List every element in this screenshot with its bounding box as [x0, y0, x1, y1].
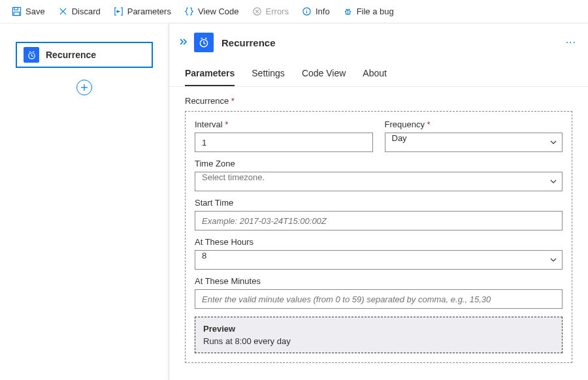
save-button[interactable]: Save — [7, 3, 50, 21]
svg-point-11 — [306, 9, 307, 10]
close-icon — [58, 7, 68, 16]
toolbar: Save Discard Parameters View Code Errors… — [0, 0, 588, 24]
svg-rect-2 — [14, 12, 19, 15]
info-button[interactable]: Info — [297, 3, 335, 21]
starttime-field: Start Time — [195, 198, 563, 230]
designer-canvas: Recurrence — [0, 24, 169, 380]
clock-icon — [194, 33, 214, 52]
svg-point-5 — [116, 10, 119, 13]
hours-select[interactable]: 8 — [195, 250, 563, 270]
plus-icon — [80, 84, 88, 91]
hours-value: 8 — [202, 251, 206, 261]
discard-button[interactable]: Discard — [53, 3, 106, 21]
preview-text: Runs at 8:00 every day — [203, 336, 554, 346]
interval-label: Interval — [195, 119, 373, 129]
svg-rect-1 — [14, 7, 18, 10]
starttime-label: Start Time — [195, 198, 563, 208]
tab-settings[interactable]: Settings — [252, 63, 285, 86]
minutes-input[interactable] — [195, 289, 563, 309]
details-panel: Recurrence ··· Parameters Settings Code … — [169, 24, 588, 380]
svg-line-16 — [346, 9, 346, 10]
viewcode-label: View Code — [198, 7, 239, 16]
minutes-label: At These Minutes — [195, 276, 563, 286]
errors-label: Errors — [266, 7, 289, 16]
node-title: Recurrence — [46, 50, 96, 60]
parameters-button[interactable]: Parameters — [108, 3, 176, 21]
timezone-select[interactable]: Select timezone. — [195, 172, 563, 191]
discard-label: Discard — [72, 7, 101, 16]
save-icon — [12, 7, 22, 16]
bug-label: File a bug — [357, 7, 394, 16]
tab-codeview[interactable]: Code View — [302, 63, 346, 86]
hours-field: At These Hours 8 — [195, 237, 563, 270]
error-icon — [252, 7, 262, 16]
panel-header: Recurrence ··· — [169, 24, 588, 59]
timezone-label: Time Zone — [195, 159, 563, 168]
info-label: Info — [316, 7, 330, 16]
svg-line-19 — [349, 14, 350, 14]
viewcode-button[interactable]: View Code — [179, 3, 244, 21]
errors-button: Errors — [247, 3, 294, 21]
clock-icon — [24, 47, 39, 63]
more-button[interactable]: ··· — [566, 37, 576, 48]
panel-body: Recurrence Interval Frequency Day — [169, 87, 588, 376]
add-step-button[interactable] — [76, 80, 92, 95]
parameters-icon — [114, 7, 123, 16]
tab-parameters[interactable]: Parameters — [185, 63, 235, 86]
bug-icon — [343, 7, 353, 16]
frequency-field: Frequency Day — [385, 119, 563, 152]
minutes-field: At These Minutes — [195, 276, 563, 309]
svg-line-18 — [345, 14, 346, 14]
interval-field: Interval — [195, 119, 373, 152]
timezone-field: Time Zone Select timezone. — [195, 159, 563, 191]
collapse-button[interactable] — [176, 37, 190, 48]
frequency-select[interactable]: Day — [385, 133, 563, 152]
chevron-right-double-icon — [178, 37, 188, 46]
frequency-label: Frequency — [385, 119, 563, 129]
save-label: Save — [25, 7, 45, 16]
bug-button[interactable]: File a bug — [338, 3, 399, 21]
info-icon — [302, 7, 312, 16]
section-recurrence-label: Recurrence — [185, 96, 572, 106]
interval-input[interactable] — [195, 133, 373, 152]
preview-box: Preview Runs at 8:00 every day — [195, 317, 563, 353]
svg-line-17 — [349, 9, 350, 10]
add-step-area — [16, 80, 153, 95]
panel-title: Recurrence — [221, 37, 276, 48]
panel-tabs: Parameters Settings Code View About — [169, 59, 588, 87]
starttime-input[interactable] — [195, 211, 563, 230]
parameters-label: Parameters — [127, 7, 171, 16]
frequency-value: Day — [392, 133, 407, 143]
timezone-placeholder: Select timezone. — [202, 172, 265, 182]
recurrence-node[interactable]: Recurrence — [16, 42, 153, 68]
preview-title: Preview — [203, 324, 554, 334]
tab-about[interactable]: About — [363, 63, 387, 86]
hours-label: At These Hours — [195, 237, 563, 247]
braces-icon — [184, 7, 194, 16]
recurrence-group: Interval Frequency Day Time Zone — [185, 111, 572, 363]
